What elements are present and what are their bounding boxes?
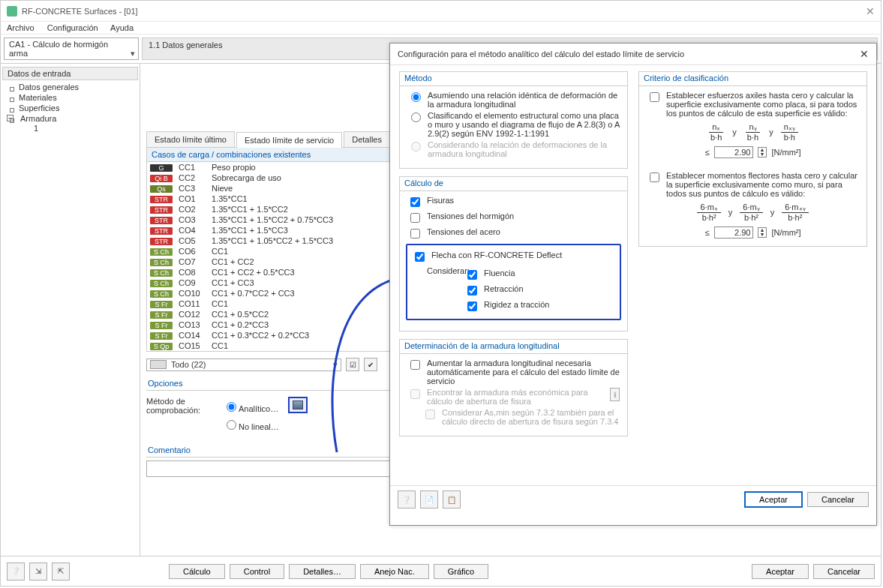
chk-fluencia[interactable]: Fluencia	[464, 268, 549, 282]
method-legend: Método	[400, 72, 627, 86]
window-close-icon[interactable]: ✕	[866, 5, 875, 17]
menubar: Archivo Configuración Ayuda	[1, 22, 881, 34]
window-title: RF-CONCRETE Surfaces - [01]	[22, 7, 138, 16]
radio-method-3: Considerando la relación de deformacione…	[407, 140, 620, 158]
config-button[interactable]	[288, 397, 308, 413]
btn-anejo[interactable]: Anejo Nac.	[360, 564, 429, 579]
consider-label: Considerar:	[412, 266, 464, 316]
dlg-cancel[interactable]: Cancelar	[807, 492, 869, 507]
dialog-close-icon[interactable]: ✕	[860, 48, 869, 60]
dlg-copy-icon[interactable]: 📄	[420, 490, 438, 508]
calc-legend: Cálculo de	[400, 177, 627, 191]
det-frame: Determinación de la armadura longitudina…	[399, 339, 628, 436]
chk-deflect[interactable]: Flecha con RF-CONCRETE Deflect	[412, 250, 615, 264]
chk-tens-hormigon[interactable]: Tensiones del hormigón	[407, 212, 620, 225]
dlg-ok[interactable]: Aceptar	[744, 491, 803, 508]
btn-calc[interactable]: Cálculo	[169, 564, 225, 579]
sls-config-dialog: Configuración para el método analítico d…	[389, 43, 877, 526]
tree-item[interactable]: Materiales	[1, 92, 140, 103]
btn-control[interactable]: Control	[230, 564, 284, 579]
radio-analytic[interactable]: Analítico…	[223, 399, 279, 415]
input-axiles-limit[interactable]: 2.90	[714, 146, 753, 158]
menu-help[interactable]: Ayuda	[110, 23, 134, 32]
export-icon[interactable]: ⇲	[29, 562, 47, 580]
radio-nonlinear[interactable]: No lineal…	[223, 417, 279, 433]
filter-combo[interactable]: Todo (22)	[146, 358, 341, 371]
tab-serv[interactable]: Estado límite de servicio	[236, 132, 342, 148]
crit-frame: Criterio de clasificación Establecer esf…	[638, 71, 867, 247]
tree-collapse-icon[interactable]: –	[7, 115, 14, 122]
frac-row-flect: 6·mₓb·h²y6·mᵧb·h²y6·mₓᵧb·h²	[647, 202, 859, 222]
chk-econ: Encontrar la armadura más económica para…	[407, 388, 620, 406]
menu-file[interactable]: Archivo	[7, 23, 35, 32]
info-icon[interactable]: ℹ	[610, 388, 620, 401]
filter-label: Todo (22)	[171, 360, 206, 369]
config-icon	[293, 400, 303, 410]
filter-swatch	[150, 360, 167, 369]
tree-armadura[interactable]: – Armadura	[1, 113, 140, 124]
calc-frame: Cálculo de Fisuras Tensiones del hormigó…	[399, 176, 628, 332]
chk-asmin: Considerar As,min según 7.3.2 también pa…	[422, 408, 620, 426]
crit-legend: Criterio de clasificación	[639, 72, 866, 86]
options-radios: Analítico… No lineal…	[223, 397, 279, 435]
sidebar: Datos de entrada Datos generalesMaterial…	[1, 64, 140, 566]
chk-retraccion[interactable]: Retracción	[464, 284, 549, 298]
dialog-title: Configuración para el método analítico d…	[398, 50, 684, 58]
chk-tens-acero[interactable]: Tensiones del acero	[407, 227, 620, 241]
ca-combo[interactable]: CA1 - Cálculo de hormigón arma	[4, 38, 139, 60]
dialog-titlebar: Configuración para el método analítico d…	[390, 44, 876, 65]
chk-fisuras[interactable]: Fisuras	[407, 196, 620, 209]
options-label: Método de comprobación:	[146, 397, 214, 415]
chk-axiles[interactable]: Establecer esfuerzos axiles hasta cero y…	[647, 91, 859, 118]
chk-aumentar[interactable]: Aumentar la armadura longitudinal necesa…	[407, 358, 620, 386]
btn-graf[interactable]: Gráfico	[434, 564, 488, 579]
det-legend: Determinación de la armadura longitudina…	[400, 340, 627, 354]
chk-rigidez[interactable]: Rigidez a tracción	[464, 300, 549, 314]
btn-sort[interactable]: ✔	[364, 358, 377, 371]
tree-item[interactable]: Datos generales	[1, 82, 140, 92]
app-icon	[7, 6, 17, 16]
tab-ult[interactable]: Estado límite último	[146, 131, 235, 147]
titlebar: RF-CONCRETE Surfaces - [01] ✕	[1, 1, 881, 22]
tree-item[interactable]: Superficies	[1, 103, 140, 113]
tree-root[interactable]: Datos de entrada	[2, 67, 138, 80]
bottom-bar: ❔ ⇲ ⇱ Cálculo Control Detalles… Anejo Na…	[1, 556, 881, 586]
radio-method-2[interactable]: Clasificando el elemento estructural com…	[407, 111, 620, 138]
radio-method-1[interactable]: Asumiendo una relación idéntica de defor…	[407, 91, 620, 109]
dlg-help-icon[interactable]: ❔	[398, 490, 416, 508]
spinner-axiles[interactable]: ▲▼	[758, 147, 767, 158]
deflect-highlight: Flecha con RF-CONCRETE Deflect Considera…	[406, 244, 621, 320]
method-frame: Método Asumiendo una relación idéntica d…	[399, 71, 628, 169]
chk-flect[interactable]: Establecer momentos flectores hasta cero…	[647, 171, 859, 198]
btn-check-all[interactable]: ☑	[346, 358, 359, 371]
tree-armadura-child[interactable]: 1	[1, 124, 140, 133]
btn-cancel-main[interactable]: Cancelar	[813, 564, 875, 579]
app-window: RF-CONCRETE Surfaces - [01] ✕ Archivo Co…	[0, 0, 881, 586]
btn-details[interactable]: Detalles…	[289, 564, 356, 579]
tab-det[interactable]: Detalles	[344, 131, 390, 147]
dlg-paste-icon[interactable]: 📋	[443, 490, 461, 508]
input-flect-limit[interactable]: 2.90	[714, 226, 753, 238]
frac-row-axiles: nₓb·hynᵧb·hynₓᵧb·h	[647, 122, 859, 142]
import-icon[interactable]: ⇱	[52, 562, 70, 580]
spinner-flect[interactable]: ▲▼	[758, 227, 767, 238]
dialog-footer: ❔ 📄 📋 Aceptar Cancelar	[390, 485, 876, 513]
help-icon[interactable]: ❔	[7, 562, 25, 580]
btn-ok-main[interactable]: Aceptar	[752, 564, 809, 579]
menu-config[interactable]: Configuración	[47, 23, 98, 32]
